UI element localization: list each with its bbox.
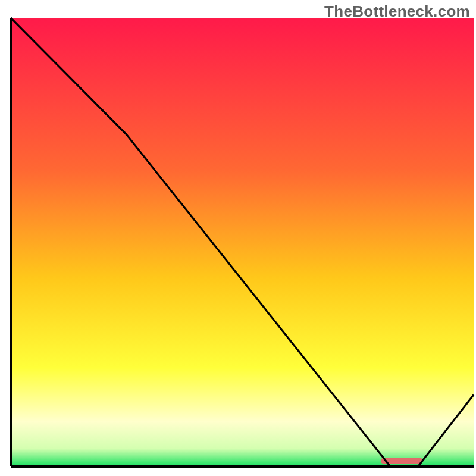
bottleneck-chart: TheBottleneck.com	[0, 0, 476, 476]
chart-svg	[0, 0, 476, 476]
watermark-text: TheBottleneck.com	[324, 2, 470, 21]
gradient-background	[11, 18, 474, 466]
plot-area	[11, 18, 474, 466]
